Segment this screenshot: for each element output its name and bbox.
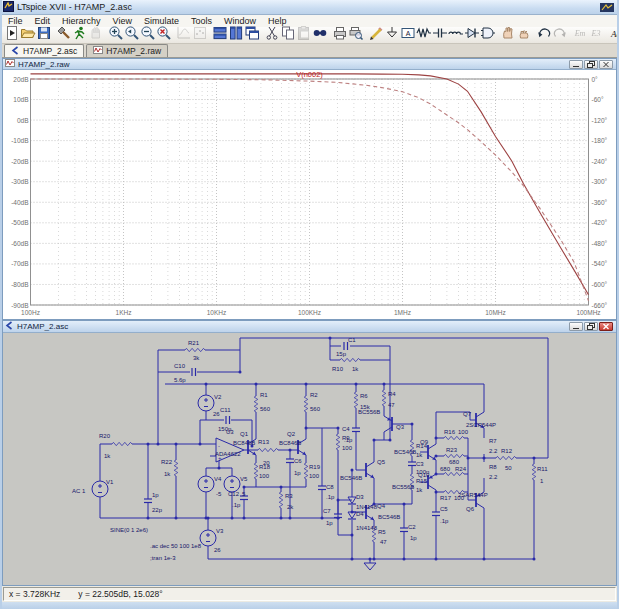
- schematic-label[interactable]: 47: [380, 539, 387, 545]
- schematic-label[interactable]: -5: [216, 491, 222, 497]
- schematic-label[interactable]: V1: [106, 479, 114, 485]
- schematic-label[interactable]: 1k: [352, 366, 359, 372]
- schematic-label[interactable]: V3: [216, 528, 224, 534]
- schematic-label[interactable]: 150p: [218, 426, 232, 432]
- schematic-label[interactable]: 47: [388, 402, 395, 408]
- tab-schematic[interactable]: H7AMP_2.asc: [4, 44, 84, 57]
- schematic-label[interactable]: R1: [260, 392, 268, 398]
- schematic-label[interactable]: R21: [188, 340, 200, 346]
- schematic-label[interactable]: 1k: [416, 452, 423, 458]
- cut-button[interactable]: [264, 27, 280, 43]
- control-panel-button[interactable]: [56, 27, 72, 43]
- schematic-label[interactable]: C10: [174, 363, 186, 369]
- capacitor-button[interactable]: [432, 27, 448, 43]
- schematic-label[interactable]: R2: [310, 392, 318, 398]
- schematic-label[interactable]: C3: [416, 461, 424, 467]
- schematic-label[interactable]: .1p: [326, 494, 335, 500]
- schematic-label[interactable]: .ac dec 50 100 1e8: [150, 543, 202, 549]
- copy-button[interactable]: [280, 27, 296, 43]
- wire-button[interactable]: [368, 27, 384, 43]
- bode-plot[interactable]: 20dB0°10dB-60°0dB-120°-10dB-180°-20dB-24…: [3, 70, 616, 319]
- ground-button[interactable]: [384, 27, 400, 43]
- find-button[interactable]: [312, 27, 328, 43]
- schematic-label[interactable]: 1N4148: [356, 504, 378, 510]
- schematic-minimize-button[interactable]: [569, 322, 583, 331]
- schematic-label[interactable]: Q3: [396, 424, 405, 430]
- zoom-back-button[interactable]: [124, 27, 140, 43]
- schematic-label[interactable]: 100: [458, 429, 469, 435]
- schematic-label[interactable]: BC846B: [279, 440, 301, 446]
- schematic-label[interactable]: ADA4622: [215, 451, 241, 457]
- schematic-label[interactable]: 50: [505, 465, 512, 471]
- drag-button[interactable]: [516, 27, 532, 43]
- schematic-label[interactable]: R11: [537, 466, 548, 472]
- save-button[interactable]: [36, 27, 52, 43]
- schematic-label[interactable]: Q6: [466, 506, 475, 512]
- schematic-label[interactable]: C7: [323, 508, 331, 514]
- schematic-label[interactable]: 2SAR544P: [458, 492, 488, 498]
- schematic-label[interactable]: 680: [440, 466, 451, 472]
- schematic-restore-button[interactable]: [584, 322, 598, 331]
- schematic-label[interactable]: BC556B: [392, 484, 414, 490]
- schematic-label[interactable]: 2SCR544P: [466, 422, 496, 428]
- schematic-label[interactable]: 2.2: [489, 448, 498, 454]
- zoom-in-button[interactable]: [108, 27, 124, 43]
- schematic-label[interactable]: R20: [99, 433, 111, 439]
- waveform-restore-button[interactable]: [584, 60, 598, 69]
- schematic-label[interactable]: R15: [416, 478, 428, 484]
- schematic-label[interactable]: ;tran 1e-3: [150, 555, 176, 561]
- schematic-label[interactable]: C4: [342, 426, 350, 432]
- schematic-label[interactable]: 1k: [416, 487, 423, 493]
- schematic-label[interactable]: 3k: [193, 355, 200, 361]
- schematic-label[interactable]: 5.6p: [174, 377, 186, 383]
- zoom-out-button[interactable]: [140, 27, 156, 43]
- schematic-label[interactable]: 22p: [152, 507, 163, 513]
- schematic-label[interactable]: R16: [444, 429, 456, 435]
- schematic-label[interactable]: 1p: [410, 535, 417, 541]
- schematic-label[interactable]: Q9: [420, 439, 429, 445]
- schematic-label[interactable]: C12: [228, 491, 240, 497]
- schematic-label[interactable]: 26: [214, 547, 221, 553]
- schematic-label[interactable]: 100: [259, 473, 270, 479]
- schematic-label[interactable]: BC546B: [378, 514, 400, 520]
- schematic-label[interactable]: BC546B: [394, 449, 416, 455]
- schematic-label[interactable]: Q10: [418, 472, 430, 478]
- schematic-label[interactable]: 1k: [164, 471, 171, 477]
- schematic-label[interactable]: 1p: [152, 492, 159, 498]
- print-preview-button[interactable]: [348, 27, 364, 43]
- print-button[interactable]: [332, 27, 348, 43]
- schematic-label[interactable]: C2: [408, 524, 416, 530]
- schematic-label[interactable]: 560: [260, 406, 271, 412]
- schematic-label[interactable]: C5: [440, 506, 448, 512]
- tile-vertical-button[interactable]: [228, 27, 244, 43]
- resistor-button[interactable]: [416, 27, 432, 43]
- schematic-label[interactable]: 1N4148: [356, 525, 378, 531]
- schematic-label[interactable]: 1: [540, 478, 544, 484]
- undo-button[interactable]: [536, 27, 552, 43]
- schematic-label[interactable]: C1: [348, 337, 356, 343]
- schematic-label[interactable]: .1p: [232, 502, 241, 508]
- schematic-label[interactable]: R5: [378, 529, 386, 535]
- schematic-label[interactable]: R8: [489, 464, 497, 470]
- waveform-minimize-button[interactable]: [569, 60, 583, 69]
- schematic-label[interactable]: 2.2: [489, 474, 498, 480]
- new-schematic-button[interactable]: [4, 27, 20, 43]
- schematic-label[interactable]: 1k: [104, 453, 111, 459]
- schematic-label[interactable]: 680: [449, 459, 460, 465]
- schematic-label[interactable]: R18: [259, 464, 271, 470]
- schematic-label[interactable]: Q4: [377, 503, 386, 509]
- schematic-label[interactable]: R10: [332, 366, 344, 372]
- schematic-label[interactable]: BC556B: [358, 409, 380, 415]
- title-bar[interactable]: LTspice XVII - H7AMP_2.asc: [0, 0, 619, 15]
- schematic-label[interactable]: .1p: [440, 518, 449, 524]
- schematic-label[interactable]: D3: [356, 494, 364, 500]
- schematic-label[interactable]: 1p: [326, 520, 333, 526]
- schematic-label[interactable]: BC846B: [233, 440, 255, 446]
- schematic-close-button[interactable]: [599, 322, 613, 331]
- waveform-window-title-bar[interactable]: H7AMP_2.raw: [3, 59, 616, 70]
- schematic-label[interactable]: C11: [220, 407, 231, 413]
- schematic-label[interactable]: SINE(0 1 2e6): [110, 527, 148, 533]
- schematic-label[interactable]: AC 1: [72, 488, 86, 494]
- schematic-label[interactable]: R22: [161, 459, 173, 465]
- waveform-close-button[interactable]: [599, 60, 613, 69]
